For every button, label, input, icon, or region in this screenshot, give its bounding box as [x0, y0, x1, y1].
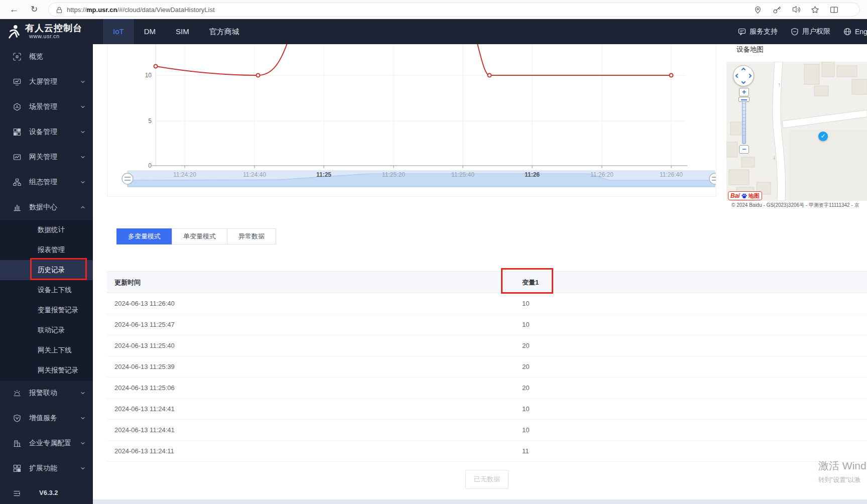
data-point[interactable] [154, 65, 158, 68]
sidebar-item-10[interactable]: 扩展功能 [0, 456, 93, 481]
collapse-menu-icon [13, 489, 21, 497]
table-row: 2024-06-13 11:25:3920 [107, 356, 867, 377]
favorite-star-icon[interactable] [811, 6, 819, 14]
tab-iot[interactable]: IoT [103, 19, 134, 44]
cell-variable-1: 20 [522, 335, 529, 356]
bottom-scrollbar[interactable] [93, 499, 867, 504]
cell-variable-1: 10 [522, 314, 529, 335]
language-menu[interactable]: English [843, 28, 867, 36]
no-more-data-button[interactable]: 已无数据 [465, 470, 509, 489]
sidebar-subitem-6-6[interactable]: 网关上下线 [0, 340, 93, 360]
table-row: 2024-06-13 11:25:4710 [107, 314, 867, 335]
brand-logo[interactable]: 有人云控制台 www.usr.cn [0, 19, 93, 44]
sidebar-item-6[interactable]: 数据中心 [0, 195, 93, 220]
sidebar-item-4[interactable]: 网关管理 [0, 145, 93, 170]
table-row: 2024-06-13 11:25:0620 [107, 377, 867, 399]
permission-menu[interactable]: 用户权限 [791, 27, 830, 36]
extend-icon [13, 464, 21, 472]
datazoom-handle-left[interactable] [122, 173, 133, 184]
map-zoom-out-button[interactable]: − [739, 145, 749, 154]
chat-icon [738, 28, 746, 36]
x-tick: 11:25:20 [382, 171, 405, 178]
history-table: 更新时间 变量1 2024-06-13 11:26:40102024-06-13… [107, 271, 867, 462]
cell-variable-1: 20 [522, 377, 529, 399]
chevron-down-icon [80, 179, 86, 185]
tab-sim[interactable]: SIM [166, 19, 199, 44]
series-line [156, 44, 671, 75]
baidu-map[interactable]: ↑ ↓ + − ✓ Bai 地图 [726, 62, 867, 201]
tab-abnormal-data[interactable]: 异常数据 [227, 228, 276, 244]
refresh-icon[interactable]: ↻ [27, 3, 41, 17]
sidebar-subitem-6-4[interactable]: 变量报警记录 [0, 300, 93, 320]
sidebar-item-0[interactable]: 概览 [0, 44, 93, 69]
device-icon [13, 128, 21, 136]
data-point[interactable] [488, 74, 491, 77]
table-row: 2024-06-13 11:24:4110 [107, 420, 867, 441]
shield-icon [791, 28, 799, 36]
data-point[interactable] [257, 74, 260, 77]
browser-toolbar: ← ↻ https://mp.usr.cn/#/cloud/data/ViewD… [0, 0, 867, 19]
sidebar-item-7[interactable]: 报警联动 [0, 381, 93, 406]
datazoom-slider[interactable] [128, 171, 715, 187]
y-tick-0: 0 [148, 162, 152, 169]
map-zoom-in-button[interactable]: + [739, 88, 749, 96]
cell-variable-1: 10 [522, 293, 529, 314]
data-point[interactable] [670, 74, 673, 77]
brand-subtitle: www.usr.cn [29, 33, 60, 39]
road-arrow-up-icon: ↑ [778, 81, 781, 88]
table-row: 2024-06-13 11:24:4110 [107, 399, 867, 420]
map-pan-control[interactable] [733, 65, 754, 86]
y-tick-10: 10 [145, 72, 152, 79]
tab-mall[interactable]: 官方商城 [199, 19, 250, 44]
sidebar-item-2[interactable]: 场景管理 [0, 94, 93, 119]
map-title: 设备地图 [736, 45, 764, 54]
location-icon[interactable] [754, 6, 762, 14]
vas-icon [13, 414, 21, 422]
sidebar-item-5[interactable]: 组态管理 [0, 170, 93, 195]
sidebar-subitem-6-1[interactable]: 报表管理 [0, 240, 93, 260]
tab-multi-variable[interactable]: 多变量模式 [116, 228, 172, 244]
sidebar-item-8[interactable]: 增值服务 [0, 406, 93, 431]
back-icon[interactable]: ← [7, 3, 21, 17]
cell-variable-1: 20 [522, 356, 529, 377]
map-zoom-handle[interactable] [738, 97, 750, 102]
address-bar[interactable]: https://mp.usr.cn/#/cloud/data/ViewDataH… [48, 3, 860, 17]
globe-icon [843, 28, 851, 36]
map-zoom-track[interactable] [742, 100, 746, 144]
y-tick-5: 5 [148, 117, 152, 124]
chevron-down-icon [80, 415, 86, 421]
read-aloud-icon[interactable] [792, 6, 800, 14]
x-tick: 11:24:20 [173, 171, 196, 178]
tab-dm[interactable]: DM [134, 19, 166, 44]
sidebar-subitem-6-2[interactable]: 历史记录 [0, 260, 93, 280]
password-key-icon[interactable] [773, 6, 781, 14]
sidebar-subitem-6-7[interactable]: 网关报警记录 [0, 360, 93, 381]
sidebar-subitem-6-0[interactable]: 数据统计 [0, 220, 93, 240]
device-marker-icon[interactable]: ✓ [818, 132, 828, 141]
chevron-down-icon [80, 465, 86, 471]
version-label: V6.3.2 [39, 489, 58, 496]
sidebar-item-1[interactable]: 大屏管理 [0, 69, 93, 94]
sidebar-item-9[interactable]: 企业专属配置 [0, 431, 93, 456]
overview-icon [13, 53, 21, 61]
sidebar-footer[interactable]: V6.3.2 [0, 485, 93, 502]
cell-variable-1: 10 [522, 399, 529, 420]
brand-title: 有人云控制台 [25, 22, 82, 34]
navbar-right: 服务支持 用户权限 English [738, 19, 867, 44]
url-text[interactable]: https://mp.usr.cn/#/cloud/data/ViewDataH… [67, 6, 215, 14]
cell-variable-1: 10 [522, 420, 529, 441]
split-screen-icon[interactable] [830, 6, 838, 14]
sidebar-subitem-6-5[interactable]: 联动记录 [0, 320, 93, 340]
enterprise-icon [13, 439, 21, 447]
sidebar-subitem-6-3[interactable]: 设备上下线 [0, 280, 93, 300]
column-variable-1: 变量1 [522, 272, 539, 294]
alarm-icon [13, 389, 21, 397]
support-menu[interactable]: 服务支持 [738, 27, 778, 36]
lock-icon [55, 6, 63, 14]
usr-person-icon [7, 24, 22, 39]
app-navbar: 有人云控制台 www.usr.cn IoT DM SIM 官方商城 服务支持 用… [0, 19, 867, 44]
tab-single-variable[interactable]: 单变量模式 [172, 228, 227, 244]
table-header: 更新时间 变量1 [107, 271, 867, 293]
cell-update-time: 2024-06-13 11:25:40 [114, 335, 175, 356]
sidebar-item-3[interactable]: 设备管理 [0, 119, 93, 145]
